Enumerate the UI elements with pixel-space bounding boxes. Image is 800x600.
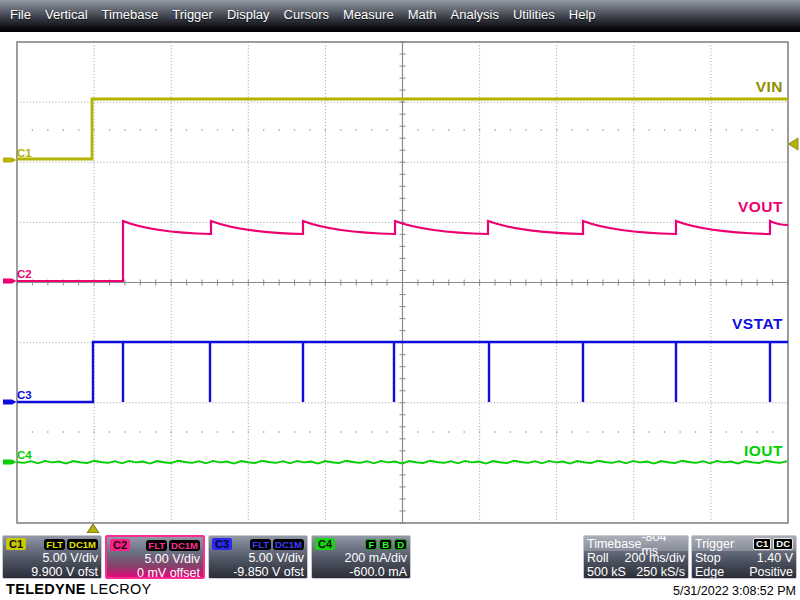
c3-filter-badge: FLT [250,539,271,550]
datetime: 5/31/2022 3:08:52 PM [673,584,796,598]
c3-offset: -9.850 V ofst [209,565,307,579]
c1-scale: 5.00 V/div [3,551,101,565]
svg-text:C1: C1 [17,147,32,159]
channel-descriptor-c2[interactable]: C2 FLT DC1M 5.00 V/div 0 mV offset [105,535,205,579]
menu-trigger[interactable]: Trigger [172,7,213,22]
trigger-panel[interactable]: Trigger C1 DC Stop 1.40 V Edge Positive [691,535,797,579]
menu-bar: File Vertical Timebase Trigger Display C… [0,0,800,32]
c4-offset: -600.0 mA [312,565,410,579]
c3-scale: 5.00 V/div [209,551,307,565]
trigger-slope: Positive [749,565,793,579]
menu-timebase[interactable]: Timebase [102,7,159,22]
timebase-mode: Roll [587,551,609,565]
menu-measure[interactable]: Measure [343,7,394,22]
channel-descriptor-c4[interactable]: C4 F B D 200 mA/div -600.0 mA [311,535,411,579]
c3-coupling-badge: DC1M [273,539,304,550]
menu-vertical[interactable]: Vertical [45,7,88,22]
channel-descriptor-c3[interactable]: C3 FLT DC1M 5.00 V/div -9.850 V ofst [208,535,308,579]
trigger-level: 1.40 V [757,551,793,565]
channel-descriptor-c1[interactable]: C1 FLT DC1M 5.00 V/div 9.900 V ofst [2,535,102,579]
c1-offset: 9.900 V ofst [3,565,101,579]
c4-scale: 200 mA/div [312,551,410,565]
trace-label-vstat: VSTAT [732,315,783,332]
c1-filter-badge: FLT [44,539,65,550]
menu-file[interactable]: File [10,7,31,22]
waveform-display: C1C2C3C4VINVOUTVSTATIOUT [0,32,800,533]
trigger-mode: Stop [695,551,721,565]
c2-badge: C2 [110,539,130,551]
c2-filter-badge: FLT [146,540,167,551]
c3-badge: C3 [212,538,232,550]
trigger-coupling-badge: DC [773,538,793,550]
c2-offset: 0 mV offset [107,566,203,579]
menu-cursors[interactable]: Cursors [284,7,330,22]
trigger-level-arrow[interactable] [789,138,799,150]
c4-f-badge: F [365,539,377,550]
svg-text:C2: C2 [17,268,32,280]
brand-lecroy: LECROY [90,581,151,597]
trace-label-vout: VOUT [738,198,783,215]
timebase-scale: 200 ms/div [625,551,685,565]
menu-math[interactable]: Math [408,7,437,22]
trace-label-vin: VIN [756,78,783,95]
c4-b-badge: B [379,539,392,550]
trigger-type: Edge [695,565,724,579]
c4-d-badge: D [394,539,407,550]
menu-utilities[interactable]: Utilities [513,7,555,22]
menu-analysis[interactable]: Analysis [451,7,499,22]
svg-text:C4: C4 [17,449,32,461]
menu-help[interactable]: Help [569,7,596,22]
c4-badge: C4 [315,538,335,550]
c2-coupling-badge: DC1M [169,540,200,551]
oscilloscope-screen: File Vertical Timebase Trigger Display C… [0,0,800,600]
brand-teledyne: TELEDYNE [6,581,86,597]
c2-scale: 5.00 V/div [107,552,203,566]
teledyne-lecroy-logo: TELEDYNE LECROY [6,581,152,597]
menu-display[interactable]: Display [227,7,270,22]
timebase-rate: 250 kS/s [636,565,685,579]
trigger-title: Trigger [695,537,734,551]
trace-label-iout: IOUT [744,442,783,459]
trigger-source-badge: C1 [753,538,771,550]
timebase-title: Timebase [587,537,641,551]
c1-badge: C1 [6,538,26,550]
timebase-panel[interactable]: Timebase -804 ms Roll 200 ms/div 500 kS … [583,535,689,579]
timebase-samples: 500 kS [587,565,626,579]
c1-coupling-badge: DC1M [67,539,98,550]
trigger-position-arrow[interactable] [87,524,99,533]
svg-text:C3: C3 [17,389,32,401]
